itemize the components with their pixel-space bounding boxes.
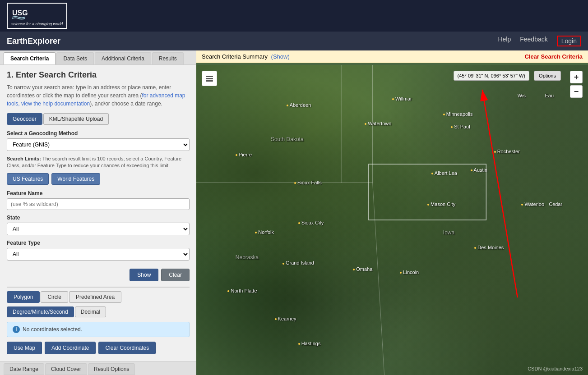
kml-tab[interactable]: KML/Shapefile Upload (43, 113, 109, 125)
options-button[interactable]: Options (534, 71, 561, 81)
predefined-tab[interactable]: Predefined Area (69, 291, 121, 303)
feedback-link[interactable]: Feedback (520, 36, 547, 46)
login-link[interactable]: Login (557, 36, 581, 46)
tab-results[interactable]: Results (152, 52, 184, 64)
date-range-tab[interactable]: Date Range (4, 363, 44, 375)
clear-coordinates-button[interactable]: Clear Coordinates (98, 342, 156, 354)
feature-name-label: Feature Name (7, 190, 190, 197)
decimal-tab[interactable]: Decimal (75, 306, 106, 317)
show-button[interactable]: Show (130, 269, 158, 281)
method-label: Select a Geocoding Method (7, 130, 190, 137)
description: To narrow your search area: type in an a… (7, 83, 190, 108)
usgs-emblem: USGS (11, 5, 28, 22)
app-title: EarthExplorer (7, 37, 60, 46)
coords-tooltip: (45° 09' 31" N, 096° 53' 57" W) (454, 71, 529, 81)
add-coordinate-button[interactable]: Add Coordinate (45, 342, 96, 354)
layers-icon (205, 74, 214, 83)
action-buttons: Show Clear (7, 269, 190, 281)
tab-bar: Search Criteria Data Sets Additional Cri… (0, 50, 196, 65)
nav-links: Help Feedback Login (498, 36, 581, 46)
method-select[interactable]: Feature (GNIS) (7, 138, 190, 151)
search-limits-text: Search Limits: The search result limit i… (7, 155, 190, 169)
polygon-tab[interactable]: Polygon (7, 291, 40, 303)
usgs-logo: USGS science for a changing world (7, 3, 67, 29)
world-features-button[interactable]: World Features (51, 173, 100, 185)
svg-rect-10 (206, 78, 213, 79)
svg-rect-11 (206, 80, 213, 82)
tab-data-sets[interactable]: Data Sets (56, 52, 94, 64)
logo-tagline: science for a changing world (11, 22, 63, 26)
tab-additional-criteria[interactable]: Additional Criteria (95, 52, 151, 64)
map-area[interactable]: Search Criteria Summary (Show) Clear Sea… (196, 50, 588, 375)
map-controls: + − (570, 71, 583, 98)
clear-button[interactable]: Clear (161, 269, 190, 281)
degree-tabs: Degree/Minute/Second Decimal (7, 306, 190, 317)
summary-text: Search Criteria Summary (Show) (202, 53, 290, 60)
state-label: State (7, 215, 190, 221)
advanced-tools-link[interactable]: for advanced map tools, view the help do… (7, 92, 185, 107)
geocoder-tabs: Geocoder KML/Shapefile Upload (7, 113, 190, 125)
map-background (196, 65, 588, 375)
us-features-button[interactable]: US Features (7, 173, 49, 185)
tab-search-criteria[interactable]: Search Criteria (4, 52, 56, 64)
header: USGS science for a changing world (0, 0, 588, 32)
feature-type-label: Feature Type (7, 240, 190, 246)
clear-search[interactable]: Clear Search Criteria (524, 53, 583, 60)
feature-name-input[interactable] (7, 198, 190, 210)
map-summary: Search Criteria Summary (Show) Clear Sea… (196, 50, 588, 63)
left-panel: Search Criteria Data Sets Additional Cri… (0, 50, 196, 375)
svg-rect-9 (206, 76, 213, 77)
use-map-button[interactable]: Use Map (7, 342, 42, 354)
zoom-out-button[interactable]: − (570, 85, 583, 98)
circle-tab[interactable]: Circle (41, 291, 68, 303)
section-title: 1. Enter Search Criteria (7, 70, 190, 80)
layer-button[interactable] (202, 71, 217, 86)
logo-area: USGS science for a changing world (7, 3, 67, 29)
polygon-tabs: Polygon Circle Predefined Area (7, 291, 190, 303)
result-options-tab[interactable]: Result Options (88, 363, 135, 375)
info-icon: i (13, 326, 20, 333)
cloud-cover-tab[interactable]: Cloud Cover (45, 363, 87, 375)
panel-content: 1. Enter Search Criteria To narrow your … (0, 65, 196, 361)
feature-buttons: US Features World Features (7, 173, 190, 185)
bottom-tabs: Date Range Cloud Cover Result Options (0, 361, 196, 375)
feature-type-select[interactable]: All (7, 248, 190, 261)
help-link[interactable]: Help (498, 36, 511, 46)
coords-info: i No coordinates selected. (7, 322, 190, 337)
section-divider (7, 287, 190, 288)
svg-text:USGS: USGS (12, 9, 28, 17)
state-select[interactable]: All (7, 223, 190, 235)
no-coords-text: No coordinates selected. (23, 326, 82, 333)
watermark: CSDN @xiatiandexia123 (528, 366, 583, 371)
show-link[interactable]: (Show) (271, 53, 290, 60)
zoom-in-button[interactable]: + (570, 71, 583, 83)
main-layout: Search Criteria Data Sets Additional Cri… (0, 50, 588, 375)
coord-actions: Use Map Add Coordinate Clear Coordinates (7, 342, 190, 354)
map-canvas[interactable]: Aberdeen Willmar Minneapolis St Paul Wis… (196, 65, 588, 375)
degree-minute-tab[interactable]: Degree/Minute/Second (7, 306, 74, 317)
geocoder-tab[interactable]: Geocoder (7, 113, 42, 125)
navbar: EarthExplorer Help Feedback Login (0, 32, 588, 50)
